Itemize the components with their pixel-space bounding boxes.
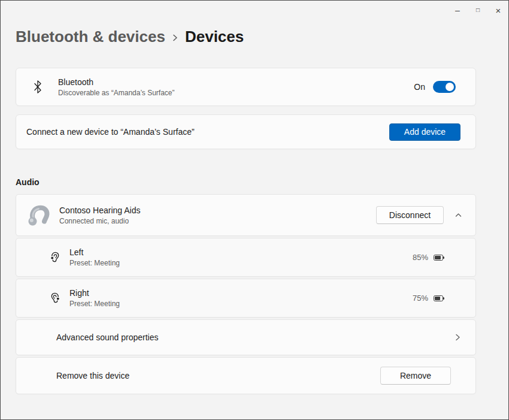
chevron-right-icon	[453, 333, 462, 342]
disconnect-button[interactable]: Disconnect	[376, 206, 444, 224]
remove-button[interactable]: Remove	[380, 367, 451, 385]
page-title: Devices	[185, 27, 244, 46]
chevron-right-icon	[172, 31, 178, 43]
toggle-knob	[446, 83, 454, 91]
bluetooth-toggle[interactable]	[433, 81, 456, 93]
device-name: Contoso Hearing Aids	[59, 206, 140, 215]
settings-window: – □ × Bluetooth & devices Devices Blueto…	[0, 0, 509, 420]
right-ear-icon	[49, 292, 61, 305]
channel-preset: Preset: Meeting	[69, 259, 120, 267]
add-device-button[interactable]: Add device	[389, 123, 460, 141]
channel-row-right: Right Preset: Meeting 75%	[16, 279, 476, 318]
channel-label: Left	[69, 247, 120, 257]
settings-content: Bluetooth & devices Devices Bluetooth Di…	[1, 27, 508, 394]
remove-device-row: Remove this device Remove	[16, 357, 476, 394]
battery-percent-label: 85%	[413, 253, 428, 262]
add-device-text: Connect a new device to “Amanda’s Surfac…	[26, 127, 195, 137]
hearing-aid-image	[25, 202, 51, 228]
left-ear-icon	[49, 251, 61, 264]
battery-percent-label: 75%	[413, 294, 428, 303]
advanced-sound-properties-row[interactable]: Advanced sound properties	[16, 319, 476, 355]
audio-device-expander: Contoso Hearing Aids Connected mic, audi…	[16, 194, 476, 394]
minimize-icon[interactable]: –	[447, 1, 468, 20]
remove-device-label: Remove this device	[56, 371, 129, 380]
breadcrumb-parent[interactable]: Bluetooth & devices	[16, 27, 165, 46]
channel-preset: Preset: Meeting	[69, 300, 120, 308]
toggle-state-label: On	[414, 82, 425, 92]
bluetooth-title: Bluetooth	[58, 77, 175, 87]
chevron-up-icon[interactable]	[453, 211, 463, 219]
channel-label: Right	[69, 288, 120, 298]
maximize-icon[interactable]: □	[468, 1, 488, 20]
advanced-sound-properties-label: Advanced sound properties	[56, 333, 158, 342]
add-device-card: Connect a new device to “Amanda’s Surfac…	[16, 114, 476, 149]
bluetooth-icon	[32, 79, 43, 95]
titlebar: – □ ×	[1, 1, 508, 20]
bluetooth-card: Bluetooth Discoverable as “Amanda’s Surf…	[16, 68, 476, 106]
battery-icon	[434, 255, 443, 261]
device-status: Connected mic, audio	[59, 217, 140, 225]
bluetooth-subtitle: Discoverable as “Amanda’s Surface”	[58, 89, 175, 97]
close-icon[interactable]: ×	[488, 1, 508, 20]
channel-row-left: Left Preset: Meeting 85%	[16, 238, 476, 277]
battery-icon	[434, 295, 443, 301]
device-header-row[interactable]: Contoso Hearing Aids Connected mic, audi…	[16, 194, 476, 236]
breadcrumb: Bluetooth & devices Devices	[16, 27, 476, 46]
audio-section-header: Audio	[16, 177, 476, 187]
